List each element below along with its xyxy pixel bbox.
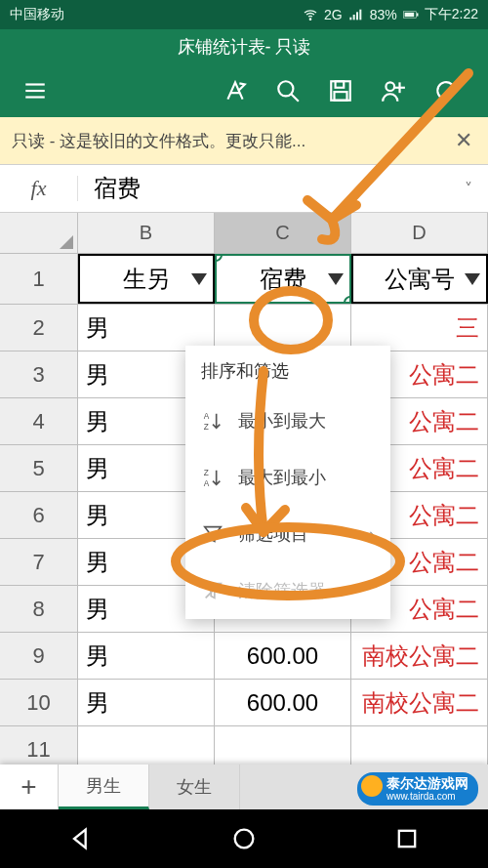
header-cell-dorm[interactable]: 公寓号	[351, 254, 488, 304]
col-header-c[interactable]: C	[215, 213, 351, 253]
cell[interactable]: 南校公寓二	[351, 633, 488, 679]
row-header[interactable]: 5	[0, 445, 78, 491]
doc-title: 床铺统计表	[178, 35, 265, 59]
col-header-b[interactable]: B	[78, 213, 215, 253]
svg-text:Z: Z	[204, 469, 209, 477]
svg-rect-16	[335, 92, 347, 101]
warning-close-icon[interactable]: ✕	[451, 128, 476, 153]
menu-item-label: 筛选项目	[238, 522, 308, 546]
row-header[interactable]: 4	[0, 398, 78, 444]
table-row: 10男600.00南校公寓二	[0, 680, 488, 726]
menu-item-sort-desc[interactable]: ZA 最大到最小	[185, 449, 390, 506]
select-all-corner[interactable]	[0, 213, 78, 253]
filter-dropdown-icon[interactable]	[328, 273, 344, 285]
row-header[interactable]: 9	[0, 633, 78, 679]
cell[interactable]: 三	[351, 305, 488, 351]
svg-rect-15	[336, 81, 345, 88]
menu-item-label: 最小到最大	[238, 409, 326, 433]
table-row: 9男600.00南校公寓二	[0, 633, 488, 680]
cell[interactable]	[215, 305, 351, 351]
battery-icon	[403, 7, 419, 22]
cell[interactable]: 南校公寓二	[351, 680, 488, 725]
chevron-right-icon: ›	[369, 524, 375, 545]
svg-point-12	[278, 81, 293, 96]
cell[interactable]: 600.00	[215, 633, 351, 679]
svg-rect-26	[398, 831, 414, 847]
recent-icon[interactable]	[393, 825, 421, 852]
svg-rect-3	[356, 12, 358, 20]
row-header[interactable]: 8	[0, 586, 78, 632]
readonly-warning[interactable]: 只读 - 这是较旧的文件格式。更改只能... ✕	[0, 117, 488, 164]
carrier-label: 中国移动	[10, 6, 303, 23]
selection-handle-icon[interactable]	[344, 296, 351, 304]
android-nav-bar	[0, 809, 488, 868]
formula-value[interactable]: 宿费	[78, 173, 141, 204]
formula-expand-icon[interactable]: ˅	[449, 180, 488, 198]
table-row: 2男三	[0, 305, 488, 351]
clock-label: 下午2:22	[425, 6, 478, 23]
menu-button[interactable]	[16, 78, 55, 103]
svg-point-17	[386, 82, 394, 91]
cell[interactable]: 男	[78, 680, 215, 725]
menu-item-label: 清除筛选器	[238, 579, 326, 602]
svg-rect-7	[417, 13, 419, 16]
search-button[interactable]	[262, 78, 314, 103]
svg-text:A: A	[204, 412, 210, 421]
filter-dropdown-icon[interactable]	[191, 273, 207, 285]
cell[interactable]: 男	[78, 633, 215, 679]
save-button[interactable]	[314, 78, 367, 103]
back-icon[interactable]	[67, 825, 95, 852]
funnel-clear-icon	[201, 579, 224, 602]
menu-item-label: 最大到最小	[238, 466, 326, 489]
cell[interactable]: 男	[78, 305, 215, 351]
menu-title: 排序和筛选	[185, 346, 390, 393]
sort-desc-icon: ZA	[201, 466, 224, 489]
sheet-tab[interactable]: 男生	[59, 765, 149, 809]
row-header[interactable]: 7	[0, 539, 78, 585]
sort-asc-icon: AZ	[201, 409, 224, 433]
header-cell-label: 生另	[123, 264, 170, 295]
status-bar: 中国移动 2G 83% 下午2:22	[0, 0, 488, 29]
app-bar: 床铺统计表 - 只读	[0, 29, 488, 117]
menu-item-clear-filter: 清除筛选器	[185, 562, 390, 619]
signal-icon	[348, 7, 364, 22]
menu-item-sort-asc[interactable]: AZ 最小到最大	[185, 393, 390, 449]
filter-header-row: 1 生另 宿费 公寓号	[0, 254, 488, 305]
row-header[interactable]: 10	[0, 680, 78, 725]
fx-label: fx	[0, 176, 78, 201]
row-header[interactable]: 2	[0, 305, 78, 351]
row-header[interactable]: 6	[0, 492, 78, 538]
formula-bar[interactable]: fx 宿费 ˅	[0, 164, 488, 213]
share-button[interactable]	[367, 78, 420, 103]
text-style-button[interactable]	[209, 78, 262, 103]
svg-rect-6	[404, 13, 414, 17]
svg-point-0	[309, 19, 310, 20]
row-header[interactable]: 1	[0, 254, 78, 304]
col-header-d[interactable]: D	[351, 213, 488, 253]
header-cell-fee[interactable]: 宿费	[215, 254, 351, 304]
sort-filter-menu: 排序和筛选 AZ 最小到最大 ZA 最大到最小 筛选项目 › 清除筛选器	[185, 346, 390, 619]
warning-text: 只读 - 这是较旧的文件格式。更改只能...	[12, 130, 305, 152]
row-header[interactable]: 3	[0, 351, 78, 397]
funnel-icon	[201, 522, 224, 546]
menu-item-filter[interactable]: 筛选项目 ›	[185, 506, 390, 562]
header-cell-label: 宿费	[260, 264, 306, 295]
battery-label: 83%	[370, 7, 397, 22]
selection-handle-icon[interactable]	[215, 254, 223, 262]
svg-line-13	[291, 94, 299, 102]
sheet-tab[interactable]: 女生	[149, 765, 240, 809]
filter-dropdown-icon[interactable]	[465, 273, 480, 285]
svg-rect-1	[349, 18, 351, 21]
svg-text:A: A	[204, 479, 210, 488]
add-sheet-button[interactable]: +	[0, 765, 59, 809]
header-cell-sex[interactable]: 生另	[78, 254, 215, 304]
header-cell-label: 公寓号	[385, 264, 455, 295]
home-icon[interactable]	[230, 825, 258, 852]
cell[interactable]: 600.00	[215, 680, 351, 725]
watermark-logo: 泰尔达游戏网 www.tairda.com	[357, 772, 478, 806]
network-label: 2G	[324, 7, 343, 22]
svg-rect-2	[352, 15, 354, 20]
wifi-icon	[303, 7, 318, 22]
svg-text:Z: Z	[204, 423, 209, 432]
undo-button[interactable]	[420, 78, 472, 103]
